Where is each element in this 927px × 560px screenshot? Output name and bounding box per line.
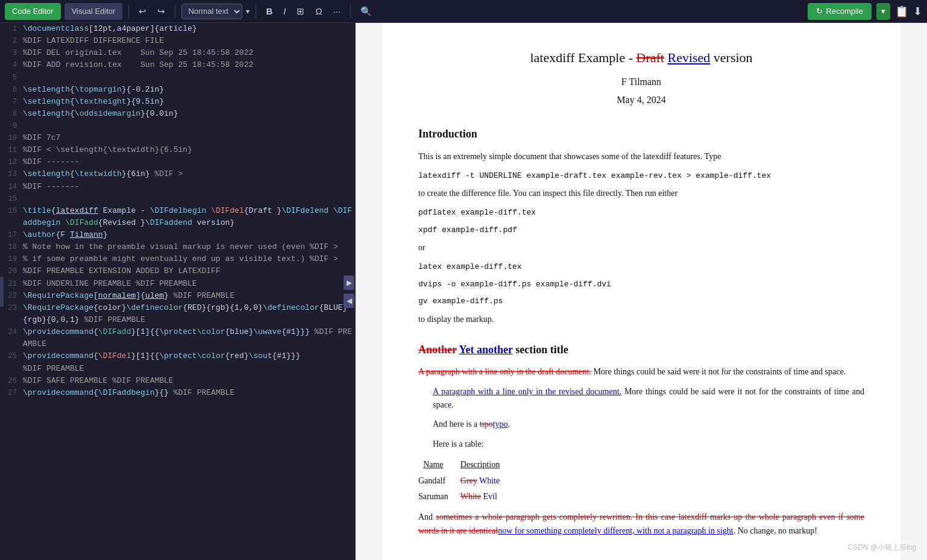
preview-table-header: Here is a table: [433, 438, 864, 451]
code-line: 3%DIF DEL original.tex Sun Sep 25 18:45:… [0, 47, 355, 59]
preview-typo-line: And here is a tıpotypo. [433, 418, 864, 431]
line-content: %DIF SAFE PREAMBLE %DIF PREAMBLE [23, 375, 355, 387]
line-number: 18 [0, 241, 23, 253]
line-number: 26 [0, 375, 23, 387]
line-content: %DIF 7c7 [23, 132, 355, 144]
title-normal: latexdiff Example - [530, 50, 636, 65]
preview-or: or [418, 241, 864, 254]
line-number: 12 [0, 156, 23, 168]
preview-section-2: Another Yet another section title [418, 341, 864, 359]
line-content: \setlength{\textheight}{9.5in} [23, 96, 355, 108]
expand-right-button[interactable]: ▶ [344, 275, 354, 290]
left-collapse-handle[interactable] [0, 277, 4, 307]
preview-title: latexdiff Example - Draft Revised versio… [418, 47, 864, 68]
tab-visual-editor[interactable]: Visual Editor [64, 3, 123, 20]
code-line: 17\author{F Tilmann} [0, 229, 355, 241]
preview-intro-p3: to display the markup. [418, 313, 864, 326]
preview-panel[interactable]: latexdiff Example - Draft Revised versio… [356, 23, 927, 560]
section2-added: Yet another [459, 344, 513, 356]
preview-content: latexdiff Example - Draft Revised versio… [382, 23, 900, 560]
r2-desc-add: Evil [483, 492, 497, 501]
table-icon-button[interactable]: ⊞ [293, 5, 308, 18]
table-r2-name: Saruman [418, 489, 460, 505]
line-number: 5 [0, 72, 23, 84]
table-col-name: Name [418, 457, 460, 473]
expand-left-button[interactable]: ◀ [344, 294, 354, 308]
code-line: 26%DIF SAFE PREAMBLE %DIF PREAMBLE [0, 375, 355, 387]
line-number: 1 [0, 23, 23, 35]
line-number: 19 [0, 253, 23, 265]
code-line: 12%DIF ------- [0, 156, 355, 168]
table-row-saruman: Saruman White Evil [418, 489, 512, 505]
preview-para2: A paragraph with a line only in the draf… [418, 365, 864, 379]
table-header-row: Name Description [418, 457, 512, 473]
para4-added: now for something completely different, … [498, 526, 733, 535]
download-icon[interactable]: ⬇ [913, 5, 922, 18]
table-row-gandalf: Gandalf Grey White [418, 473, 512, 489]
code-line: 27\providecommand{\DIFaddbegin}{} %DIF P… [0, 387, 355, 399]
line-number: 3 [0, 47, 23, 59]
preview-code2a: pdflatex example-diff.tex [418, 207, 864, 219]
line-content: \RequirePackage[normalem]{ulem} %DIF PRE… [23, 290, 355, 302]
line-number: 17 [0, 229, 23, 241]
code-line: 16\title{latexdiff Example - \DIFdelbegi… [0, 205, 355, 229]
r1-desc-add: White [479, 476, 500, 485]
typo-pre: And here is a [433, 420, 480, 429]
preview-para3: A paragraph with a line only in the revi… [433, 385, 864, 412]
para3-added: A paragraph with a line only in the revi… [433, 387, 621, 396]
title-deleted: Draft [636, 50, 664, 65]
table-col-desc: Description [460, 457, 512, 473]
code-line: 22\RequirePackage[normalem]{ulem} %DIF P… [0, 290, 355, 302]
code-line: 13\setlength{\textwidth}{6in} %DIF > [0, 168, 355, 180]
code-line: 6\setlength{\topmargin}{-0.2in} [0, 84, 355, 96]
table-r1-name: Gandalf [418, 473, 460, 489]
history-icon[interactable]: 📋 [895, 5, 908, 18]
line-content: %DIF < \setlength{\textwidth}{6.5in} [23, 144, 355, 156]
code-line: 14%DIF ------- [0, 181, 355, 193]
code-line: 9 [0, 120, 355, 132]
recompile-button[interactable]: ↻ Recompile [808, 3, 872, 20]
preview-section-1: Introduction [418, 125, 864, 143]
more-button[interactable]: ··· [330, 5, 345, 17]
line-content: %DIF UNDERLINE PREAMBLE %DIF PREAMBLE [23, 278, 355, 290]
omega-button[interactable]: Ω [312, 5, 325, 17]
line-number: 9 [0, 120, 23, 132]
italic-button[interactable]: I [280, 5, 289, 17]
line-number: 24 [0, 326, 23, 338]
line-number: 4 [0, 59, 23, 71]
dropdown-arrow-icon: ▾ [246, 7, 250, 16]
watermark: CSDN @小猪上吊ing [847, 543, 916, 553]
line-number: 16 [0, 205, 23, 217]
preview-code1: latexdiff -t UNDERLINE example-draft.tex… [418, 170, 864, 183]
code-line: 20%DIF PREAMBLE EXTENSION ADDED BY LATEX… [0, 265, 355, 277]
line-content: %DIF ------- [23, 181, 355, 193]
tab-code-editor[interactable]: Code Editor [5, 3, 61, 20]
redo-button[interactable]: ↪ [154, 5, 169, 18]
line-content: \setlength{\textwidth}{6in} %DIF > [23, 168, 355, 180]
line-number: 7 [0, 96, 23, 108]
table-r1-desc: Grey White [460, 473, 512, 489]
code-line: 15 [0, 193, 355, 205]
line-number: 2 [0, 35, 23, 47]
undo-button[interactable]: ↩ [135, 5, 150, 18]
main-area: 1\documentclass[12pt,a4paper]{article}2%… [0, 23, 927, 560]
separator-2 [175, 5, 175, 18]
code-line: 1\documentclass[12pt,a4paper]{article} [0, 23, 355, 35]
bold-button[interactable]: B [262, 5, 276, 17]
preview-intro-p1: This is an extremely simple document tha… [418, 150, 864, 163]
recompile-dropdown-button[interactable]: ▾ [876, 3, 890, 20]
line-number: 10 [0, 132, 23, 144]
r1-desc-del: Grey [460, 476, 477, 485]
separator-3 [256, 5, 256, 18]
line-number: 15 [0, 193, 23, 205]
code-editor-content[interactable]: 1\documentclass[12pt,a4paper]{article}2%… [0, 23, 355, 560]
divider-arrows: ▶ ◀ [343, 23, 355, 560]
preview-intro-p2: to create the difference file. You can i… [418, 187, 864, 200]
line-number: 8 [0, 108, 23, 120]
search-button[interactable]: 🔍 [357, 5, 376, 18]
style-dropdown[interactable]: Normal text [181, 4, 242, 19]
line-content: \title{latexdiff Example - \DIFdelbegin … [23, 205, 355, 229]
para2-cont: More things could be said were it not fo… [593, 367, 846, 376]
toolbar: Code Editor Visual Editor ↩ ↪ Normal tex… [0, 0, 927, 23]
separator-1 [128, 5, 129, 18]
